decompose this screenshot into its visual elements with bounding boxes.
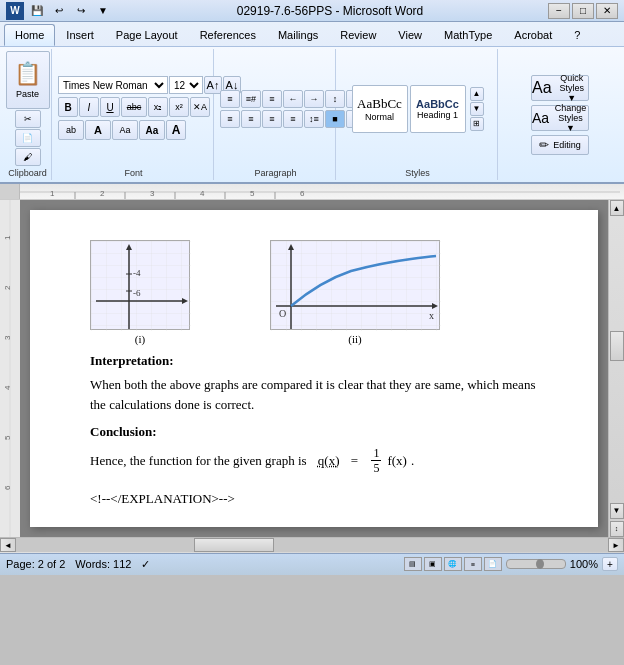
change-case-button[interactable]: Aa (112, 120, 138, 140)
font-label: Font (124, 168, 142, 178)
graph-right: O x (270, 240, 440, 330)
minimize-button[interactable]: − (548, 3, 570, 19)
quick-undo-button[interactable]: ↩ (50, 3, 68, 19)
underline-button[interactable]: U (100, 97, 120, 117)
subscript-button[interactable]: x₂ (148, 97, 168, 117)
quick-redo-button[interactable]: ↪ (72, 3, 90, 19)
zoom-level: 100% (570, 558, 598, 570)
svg-text:x: x (429, 310, 434, 321)
tab-mailings[interactable]: Mailings (267, 24, 329, 46)
fraction-numerator: 1 (371, 446, 381, 461)
ruler-corner (0, 184, 20, 199)
conclusion-line: Hence, the function for the given graph … (90, 446, 548, 476)
styles-scroll-up[interactable]: ▲ (470, 87, 484, 101)
font-size-select[interactable]: 12 (169, 76, 203, 94)
paste-button[interactable]: 📋 Paste (6, 51, 50, 109)
tab-references[interactable]: References (189, 24, 267, 46)
format-painter-button[interactable]: 🖌 (15, 148, 41, 166)
scroll-track (610, 216, 624, 503)
title-bar-left: W 💾 ↩ ↪ ▼ (6, 2, 112, 20)
style-normal[interactable]: AaBbCc Normal (352, 85, 408, 133)
clipboard-group: 📋 Paste ✂ 📄 🖌 Clipboard (4, 49, 52, 180)
tab-home[interactable]: Home (4, 24, 55, 46)
maximize-button[interactable]: □ (572, 3, 594, 19)
font-size-a-button[interactable]: A (166, 120, 186, 140)
spell-check-icon[interactable]: ✓ (141, 558, 150, 571)
svg-text:4: 4 (200, 189, 205, 198)
align-left-button[interactable]: ≡ (220, 110, 240, 128)
tab-mathtype[interactable]: MathType (433, 24, 503, 46)
paragraph-group: ≡ ≡# ≡ ← → ↕ ¶ ≡ ≡ ≡ ≡ ↕≡ ■ ▦ (216, 49, 336, 180)
scroll-up-button[interactable]: ▲ (610, 200, 624, 216)
style-heading1[interactable]: AaBbCc Heading 1 (410, 85, 466, 133)
align-center-button[interactable]: ≡ (241, 110, 261, 128)
ribbon-tabs: Home Insert Page Layout References Maili… (0, 22, 624, 46)
tab-review[interactable]: Review (329, 24, 387, 46)
font-items: Times New Roman 12 A↑ A↓ B I U abc x₂ x²… (58, 51, 209, 166)
editing-button[interactable]: ✏ Editing (531, 135, 589, 155)
full-screen-view[interactable]: ▣ (424, 557, 442, 571)
tab-view[interactable]: View (387, 24, 433, 46)
vertical-ruler: 1 2 3 4 5 6 (0, 200, 20, 537)
decrease-indent-button[interactable]: ← (283, 90, 303, 108)
zoom-area: 100% + (506, 557, 618, 571)
h-scroll-right-button[interactable]: ► (608, 538, 624, 552)
increase-indent-button[interactable]: → (304, 90, 324, 108)
graph-left: -4 -6 (90, 240, 190, 330)
tab-help[interactable]: ? (563, 24, 591, 46)
web-layout-view[interactable]: 🌐 (444, 557, 462, 571)
italic-button[interactable]: I (79, 97, 99, 117)
scroll-bottom-button[interactable]: ↕ (610, 521, 624, 537)
h-scroll-left-button[interactable]: ◄ (0, 538, 16, 552)
font-selector-row: Times New Roman 12 A↑ A↓ (58, 76, 241, 94)
close-button[interactable]: ✕ (596, 3, 618, 19)
scroll-thumb[interactable] (610, 331, 624, 361)
justify-button[interactable]: ≡ (283, 110, 303, 128)
align-right-button[interactable]: ≡ (262, 110, 282, 128)
outline-view[interactable]: ≡ (464, 557, 482, 571)
change-styles-button[interactable]: Aa ChangeStyles ▼ (531, 105, 589, 131)
clipboard-label: Clipboard (8, 168, 47, 178)
tab-page-layout[interactable]: Page Layout (105, 24, 189, 46)
bullets-button[interactable]: ≡ (220, 90, 240, 108)
font-name-select[interactable]: Times New Roman (58, 76, 168, 94)
window-controls: − □ ✕ (548, 3, 618, 19)
superscript-button[interactable]: x² (169, 97, 189, 117)
tab-insert[interactable]: Insert (55, 24, 105, 46)
multilevel-button[interactable]: ≡ (262, 90, 282, 108)
interpretation-text: When both the above graphs are compared … (90, 375, 548, 414)
zoom-handle[interactable] (536, 559, 544, 569)
font-aa-button[interactable]: Aa (139, 120, 165, 140)
font-color-button[interactable]: A (85, 120, 111, 140)
svg-rect-29 (271, 241, 441, 331)
print-layout-view[interactable]: ▤ (404, 557, 422, 571)
ribbon: Home Insert Page Layout References Maili… (0, 22, 624, 184)
fraction-denominator: 5 (371, 461, 381, 475)
quick-dropdown-button[interactable]: ▼ (94, 3, 112, 19)
svg-text:6: 6 (300, 189, 305, 198)
quick-styles-button[interactable]: Aa QuickStyles ▼ (531, 75, 589, 101)
text-highlight-button[interactable]: ab (58, 120, 84, 140)
zoom-in-button[interactable]: + (602, 557, 618, 571)
styles-expand[interactable]: ⊞ (470, 117, 484, 131)
ruler-scale: 1 2 3 4 5 6 (20, 184, 624, 199)
h-scroll-thumb[interactable] (194, 538, 274, 552)
styles-items: AaBbCc Normal AaBbCc Heading 1 ▲ ▼ ⊞ (352, 51, 484, 166)
styles-scroll-down[interactable]: ▼ (470, 102, 484, 116)
scroll-down-button[interactable]: ▼ (610, 503, 624, 519)
svg-text:O: O (279, 308, 286, 319)
bold-button[interactable]: B (58, 97, 78, 117)
clear-format-button[interactable]: ✕A (190, 97, 210, 117)
conclusion-eq: = (351, 453, 358, 469)
zoom-slider[interactable] (506, 559, 566, 569)
line-spacing-button[interactable]: ↕≡ (304, 110, 324, 128)
draft-view[interactable]: 📄 (484, 557, 502, 571)
quick-save-button[interactable]: 💾 (28, 3, 46, 19)
numbering-button[interactable]: ≡# (241, 90, 261, 108)
svg-text:-4: -4 (133, 268, 141, 278)
strikethrough-button[interactable]: abc (121, 97, 147, 117)
copy-button[interactable]: 📄 (15, 129, 41, 147)
cut-button[interactable]: ✂ (15, 110, 41, 128)
tab-acrobat[interactable]: Acrobat (503, 24, 563, 46)
ribbon-content: 📋 Paste ✂ 📄 🖌 Clipboard Times New Roman (0, 46, 624, 182)
